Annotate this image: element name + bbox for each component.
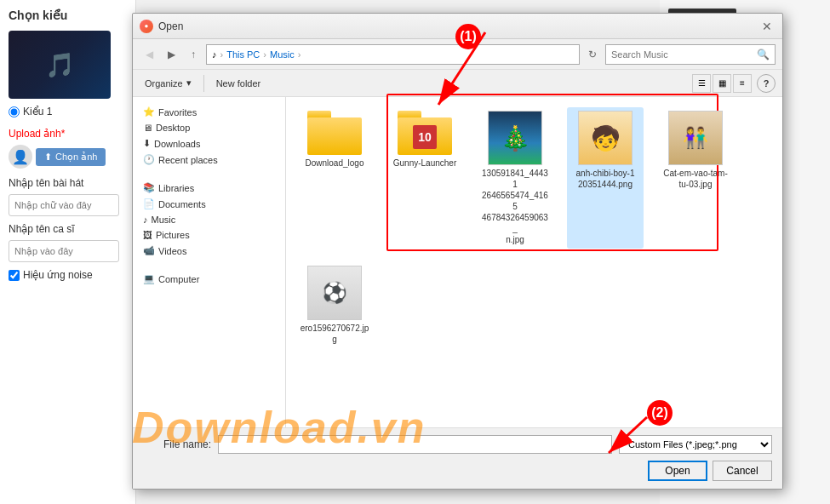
left-panel-item-computer[interactable]: 💻 Computer bbox=[140, 271, 278, 287]
open-button[interactable]: Open bbox=[648, 461, 707, 481]
left-panel-item-desktop[interactable]: 🖥 Desktop bbox=[140, 120, 278, 135]
new-folder-button[interactable]: New folder bbox=[211, 77, 266, 90]
left-panel-item-favorites[interactable]: ⭐ Favorites bbox=[140, 104, 278, 120]
filename-row: File name: Custom Files (*.jpeg;*.png bbox=[143, 435, 772, 454]
file-item-gunny-launcher[interactable]: 10 Gunny-Launcher bbox=[386, 107, 463, 249]
open-file-dialog: ● Open ✕ ◀ ▶ ↑ ♪ › This PC › Music › ↻ 🔍… bbox=[132, 13, 783, 490]
file-name-drama: Cat-em-vao-tam-tu-03.jpg bbox=[663, 168, 728, 190]
left-panel-item-music[interactable]: ♪ Music bbox=[140, 212, 278, 227]
download-icon: ⬇ bbox=[143, 138, 151, 149]
organize-arrow-icon: ▾ bbox=[186, 77, 192, 89]
dialog-app-icon: ● bbox=[140, 20, 153, 33]
filename-input[interactable] bbox=[218, 435, 612, 454]
view-list-button[interactable]: ☰ bbox=[692, 74, 711, 93]
folder-icon-gunny-launcher: 10 bbox=[398, 111, 452, 155]
annotation-circle-1: (1) bbox=[455, 24, 481, 49]
breadcrumb-thispc[interactable]: This PC bbox=[226, 49, 260, 60]
library-icon: 📚 bbox=[143, 182, 155, 193]
new-folder-label: New folder bbox=[216, 78, 261, 89]
kieu1-radio-label[interactable]: Kiểu 1 bbox=[9, 106, 127, 117]
folder-icon-download-logo bbox=[307, 111, 362, 155]
ten-bai-hat-label: Nhập tên bài hát bbox=[9, 177, 127, 189]
left-sidebar: Chọn kiểu 🎵 Kiểu 1 Upload ảnh* 👤 ⬆ Chọn … bbox=[0, 0, 136, 504]
annotation-circle-2: (2) bbox=[647, 400, 673, 426]
hieu-ung-noise-row[interactable]: Hiệu ứng noise bbox=[9, 269, 127, 281]
left-panel-item-recent[interactable]: 🕐 Recent places bbox=[140, 152, 278, 168]
nav-music-icon: ♪ bbox=[212, 49, 217, 60]
left-panel-item-downloads[interactable]: ⬇ Downloads bbox=[140, 135, 278, 152]
image-thumb-chibi: 🧒 bbox=[578, 111, 633, 165]
file-item-download-logo[interactable]: Download_logo bbox=[296, 107, 373, 249]
hieu-ung-noise-label: Hiệu ứng noise bbox=[23, 269, 93, 281]
kieu1-label: Kiểu 1 bbox=[23, 106, 52, 117]
pictures-icon: 🖼 bbox=[143, 230, 152, 240]
nav-back-button[interactable]: ◀ bbox=[140, 45, 158, 64]
kieu1-radio[interactable] bbox=[9, 106, 20, 117]
search-music-input[interactable] bbox=[611, 49, 753, 60]
action-row: Open Cancel bbox=[143, 461, 772, 481]
ten-bai-hat-input[interactable] bbox=[9, 194, 119, 216]
address-bar[interactable]: ♪ › This PC › Music › bbox=[206, 44, 580, 65]
left-panel-item-pictures[interactable]: 🖼 Pictures bbox=[140, 227, 278, 243]
star-icon: ⭐ bbox=[143, 106, 155, 117]
choose-image-button[interactable]: ⬆ Chọn ảnh bbox=[36, 148, 106, 166]
search-bar[interactable]: 🔍 bbox=[605, 44, 776, 65]
upload-label: Upload ảnh* bbox=[9, 128, 127, 140]
filename-label: File name: bbox=[143, 438, 211, 450]
search-icon: 🔍 bbox=[757, 49, 770, 60]
hieu-ung-noise-checkbox[interactable] bbox=[9, 270, 20, 281]
left-nav-panel: ⭐ Favorites 🖥 Desktop ⬇ Downloads 🕐 Rece… bbox=[133, 97, 286, 436]
view-grid-button[interactable]: ▦ bbox=[713, 74, 731, 93]
avatar-placeholder: 👤 bbox=[9, 145, 32, 169]
ten-ca-si-input[interactable] bbox=[9, 240, 119, 262]
dialog-bottom-bar: File name: Custom Files (*.jpeg;*.png Op… bbox=[133, 427, 782, 489]
dialog-toolbar: Organize ▾ New folder ☰ ▦ ≡ ? bbox=[133, 70, 782, 97]
file-name-gunny-launcher: Gunny-Launcher bbox=[393, 158, 457, 169]
desktop-icon: 🖥 bbox=[143, 123, 152, 133]
file-name-chibi: anh-chibi-boy-120351444.png bbox=[576, 168, 635, 190]
nav-up-button[interactable]: ↑ bbox=[184, 45, 203, 64]
files-grid: Download_logo 10 Gunny-Launcher bbox=[286, 97, 782, 436]
toolbar-separator bbox=[203, 75, 204, 92]
recent-icon: 🕐 bbox=[143, 154, 155, 165]
organize-button[interactable]: Organize ▾ bbox=[140, 76, 197, 90]
breadcrumb-music[interactable]: Music bbox=[270, 49, 295, 60]
left-panel-item-libraries[interactable]: 📚 Libraries bbox=[140, 180, 278, 196]
image-thumb-sport: ⚽ bbox=[307, 266, 362, 320]
folder-body bbox=[307, 117, 362, 155]
image-thumb-drama: 👫 bbox=[668, 111, 723, 165]
chon-kieu-title: Chọn kiểu bbox=[9, 9, 127, 22]
image-thumb-christmas: 🎄 bbox=[488, 111, 542, 165]
documents-icon: 📄 bbox=[143, 198, 155, 209]
file-item-sport[interactable]: ⚽ ero1596270672.jpg bbox=[296, 262, 373, 348]
left-panel-item-documents[interactable]: 📄 Documents bbox=[140, 196, 278, 212]
left-panel-item-videos[interactable]: 📹 Videos bbox=[140, 243, 278, 259]
file-name-christmas: 130591841_444312646565474_41654678432645… bbox=[480, 168, 550, 245]
view-details-button[interactable]: ≡ bbox=[733, 74, 752, 93]
upload-row: 👤 ⬆ Chọn ảnh bbox=[9, 145, 127, 169]
file-item-christmas[interactable]: 🎄 130591841_444312646565474_416546784326… bbox=[477, 107, 553, 249]
annotation-1-label: (1) bbox=[460, 29, 477, 44]
file-item-chibi[interactable]: 🧒 anh-chibi-boy-120351444.png bbox=[567, 107, 644, 249]
annotation-2-label: (2) bbox=[651, 405, 668, 421]
music-icon: ♪ bbox=[143, 215, 148, 225]
organize-label: Organize bbox=[145, 78, 183, 89]
help-button[interactable]: ? bbox=[757, 74, 776, 93]
file-name-download-logo: Download_logo bbox=[306, 158, 364, 169]
dialog-close-button[interactable]: ✕ bbox=[758, 18, 776, 35]
file-name-sport: ero1596270672.jpg bbox=[301, 323, 369, 345]
file-item-drama[interactable]: 👫 Cat-em-vao-tam-tu-03.jpg bbox=[657, 107, 734, 249]
upload-icon: ⬆ bbox=[44, 152, 52, 163]
kieu-thumbnail: 🎵 bbox=[9, 31, 111, 99]
cancel-button[interactable]: Cancel bbox=[713, 461, 772, 481]
thumbnail-inner: 🎵 bbox=[9, 31, 111, 99]
ten-ca-si-label: Nhập tên ca sĩ bbox=[9, 223, 127, 235]
videos-icon: 📹 bbox=[143, 245, 155, 256]
filetype-select[interactable]: Custom Files (*.jpeg;*.png bbox=[619, 435, 772, 454]
view-buttons: ☰ ▦ ≡ ? bbox=[692, 74, 776, 93]
nav-refresh-button[interactable]: ↻ bbox=[583, 45, 602, 64]
files-area: ⭐ Favorites 🖥 Desktop ⬇ Downloads 🕐 Rece… bbox=[133, 97, 782, 436]
folder-body2: 10 bbox=[398, 117, 452, 155]
computer-icon: 💻 bbox=[143, 273, 155, 284]
nav-forward-button[interactable]: ▶ bbox=[162, 45, 180, 64]
